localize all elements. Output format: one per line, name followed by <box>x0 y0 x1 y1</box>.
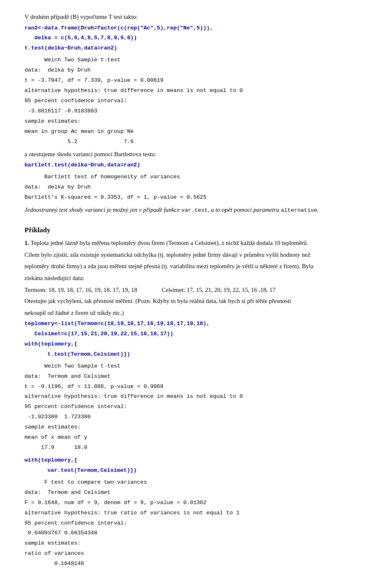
celsimet-data: Celsimet: 17, 15, 21, 20, 19, 22, 15, 16… <box>162 285 276 295</box>
vartest-code-section: with(teplomery,{ var.test(Termom,Celsime… <box>24 456 368 475</box>
teplomery-line2: Celsimet=c(17,15,21,20,19,22,15,16,18,17… <box>24 330 368 339</box>
ftest-output-section: F test to compare two variances data: Te… <box>24 478 368 568</box>
code-ran2-frame: ran2<-data.frame(Druh=factor(c(rep("Ac",… <box>24 24 368 33</box>
welch2-output-section: Welch Two Sample t-test data: Termom and… <box>24 362 368 452</box>
item1-line1: 1. Teplota jedné lázně byla měřena teplo… <box>24 238 368 248</box>
ftest-line-3: F = 0.1648, num df = 9, denom df = 9, p-… <box>24 499 368 507</box>
welch-line-4: alternative hypothesis: true difference … <box>24 87 368 95</box>
welch2-line-4: alternative hypothesis: true difference … <box>24 392 368 401</box>
welch2-line-9: 17.9 18.0 <box>24 444 368 452</box>
ftest-line-9: 0.1648148 <box>24 560 368 568</box>
bartlett-out-3: Bartlett's K-squared = 0.3353, df = 1, p… <box>24 193 368 202</box>
item1-text4: získána následující data: <box>24 275 85 281</box>
ftest-line-7: sample estimates: <box>24 539 368 548</box>
item1-text2: Cílem bylo zjistit, zda existuje systema… <box>24 251 310 258</box>
ftest-line-4: alternative hypothesis: true ratio of va… <box>24 509 368 518</box>
teplomery-line1: teplomery<-list(Termom=c(18,19,18,17,16,… <box>24 320 368 328</box>
vartest-line: var.test(Termom,Celsimet)}) <box>24 466 368 475</box>
welch-line-9: 5.2 7.6 <box>24 138 368 146</box>
intro-text: V druhém případě (B) vypočteme T test ta… <box>24 13 138 20</box>
bartlett-out-1: Bartlett test of homogeneity of variance… <box>24 173 368 182</box>
welch-line-2: data: delka by Druh <box>24 66 368 75</box>
item1-text5: Otestujte jak vychýlení, tak přesnost mě… <box>24 298 291 304</box>
priklady-heading: Příklady <box>24 226 368 234</box>
jednostranny-code2: alternative <box>281 207 317 213</box>
ftest-line-1: F test to compare two variances <box>24 478 368 487</box>
item1-line3: teploměry druhé firmy) a zda jsou měření… <box>24 262 368 271</box>
welch-line-8: mean in group Ac mean in group Ne <box>24 128 368 136</box>
welch2-line-7: sample estimates: <box>24 423 368 432</box>
teplomery-line4: t.test(Termom,Celsimet)}) <box>24 350 368 359</box>
item1-line5: Otestujte jak vychýlení, tak přesnost mě… <box>24 296 368 306</box>
jednostranny-text3: . <box>317 206 319 213</box>
welch-line-5: 95 percent confidence interval: <box>24 97 368 105</box>
ftest-line-5: 95 percent confidence interval: <box>24 519 368 528</box>
jednostranny-text1: Jednostranný test shody variancí je možn… <box>24 206 181 213</box>
jednostranny-line: Jednostranný test shody variancí je možn… <box>24 205 368 215</box>
welch2-line-2: data: Termom and Celsimet <box>24 372 368 381</box>
data-line: Termom: 18, 19, 18, 17, 16, 19, 18, 17, … <box>24 285 368 295</box>
page-content: V druhém případě (B) vypočteme T test ta… <box>24 12 368 568</box>
teplomery-code-section: teplomery<-list(Termom=c(18,19,18,17,16,… <box>24 320 368 359</box>
jednostranny-text2: , a to opět pomocí parametru <box>208 206 281 213</box>
teplomery-line3: with(teplomery,{ <box>24 340 368 349</box>
welch-line-3: t = -3.7947, df = 7.339, p-value = 0.006… <box>24 76 368 85</box>
ftest-line-6: 0.04093767 0.66354348 <box>24 529 368 538</box>
welch-line-7: sample estimates: <box>24 117 368 126</box>
intro-paragraph: V druhém případě (B) vypočteme T test ta… <box>24 12 368 22</box>
welch2-line-3: t = -0.1196, df = 11.888, p-value = 0.90… <box>24 383 368 391</box>
welch2-line-6: -1.923380 1.723380 <box>24 413 368 422</box>
code-delka-line: delka = c(5,6,4,6,5,7,8,9,6,8)) <box>24 34 368 43</box>
welch-output-section: Welch Two Sample t-test data: delka by D… <box>24 56 368 146</box>
item1-number: 1. <box>24 240 29 246</box>
welch2-line-8: mean of x mean of y <box>24 433 368 442</box>
termom-data: Termom: 18, 19, 18, 17, 16, 19, 18, 17, … <box>24 285 137 295</box>
welch-line-6: -3.8816117 -0.9183883 <box>24 107 368 116</box>
welch2-line-1: Welch Two Sample t-test <box>24 362 368 371</box>
code-bartlett-cmd: bartlett.test(delka~Druh,data=ran2) <box>24 161 368 170</box>
item1-text6: nekoupil od žádné z firem už nikdy nic.) <box>24 309 124 316</box>
jednostranny-code1: var.test <box>181 207 208 213</box>
welch-line-1: Welch Two Sample t-test <box>24 56 368 65</box>
item1-text1: Teplota jedné lázně byla měřena teploměr… <box>31 240 308 246</box>
bartlett-out-2: data: delka by Druh <box>24 183 368 192</box>
code-ttest-line: t.test(delka~Druh,data=ran2) <box>24 44 368 53</box>
ftest-line-2: data: Termom and Celsimet <box>24 489 368 497</box>
item1-text3: teploměry druhé firmy) a zda jsou měření… <box>24 263 314 269</box>
with2-line: with(teplomery,{ <box>24 456 368 465</box>
bartlett-output-section: Bartlett test of homogeneity of variance… <box>24 173 368 202</box>
ftest-line-8: ratio of variances <box>24 549 368 558</box>
item1-line6: nekoupil od žádné z firem už nikdy nic.) <box>24 308 368 318</box>
item1-line2: Cílem bylo zjistit, zda existuje systema… <box>24 250 368 260</box>
item1-line4: získána následující data: <box>24 274 368 283</box>
welch2-line-5: 95 percent confidence interval: <box>24 403 368 411</box>
bartlett-intro: a otestujeme shodu variancí pomocí Bartl… <box>24 150 368 159</box>
